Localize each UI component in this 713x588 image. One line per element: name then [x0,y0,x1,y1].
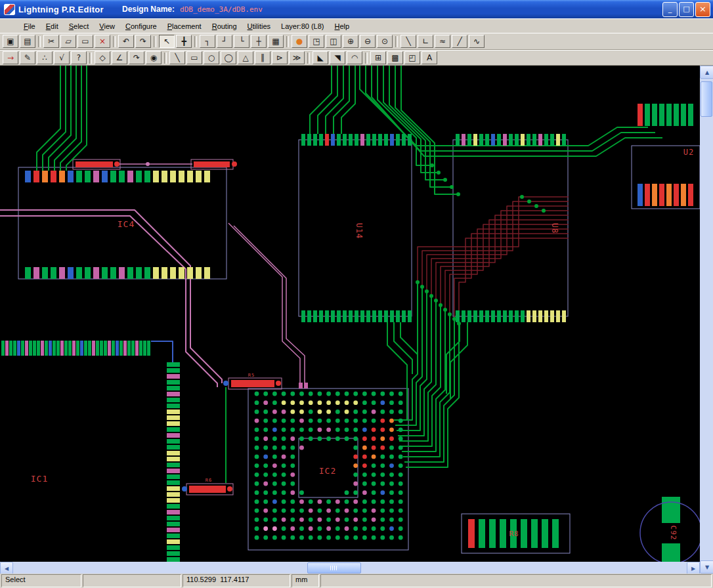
reroute-button[interactable]: ↷ [129,51,144,64]
toolbar-separator [194,36,197,47]
horizontal-scrollbar[interactable]: ◀ ▶ [0,562,700,574]
bga-ball [326,499,331,504]
cut-button[interactable]: ✂ [43,35,59,48]
bga-ball [282,517,286,522]
vertical-scroll-track[interactable] [700,79,713,560]
u8-top-pads [503,134,507,146]
trace-wave-button[interactable]: ∿ [469,35,485,48]
draw-polygon-button[interactable]: △ [238,51,253,64]
print-button[interactable]: ▤ [20,35,35,48]
trace-corner-button[interactable]: ∟ [418,35,433,48]
delete-button[interactable]: × [95,35,110,48]
work-area: IC4IC1IC2U14U8U2R8C92R5R6 ◀ ▶ ▲ ▼ [0,66,713,574]
u14-top-pads [390,134,394,146]
resistor-body [189,486,226,493]
menu-view[interactable]: View [94,21,120,32]
bga-ball [389,482,394,486]
bga-ball [399,526,403,531]
vertical-scroll-thumb[interactable] [701,81,712,117]
edit-route-button[interactable]: ✎ [20,51,35,64]
close-button[interactable]: × [695,2,710,17]
undo-button[interactable]: ↶ [118,35,134,48]
route-cross-button[interactable]: ┼ [251,35,267,48]
menu-layer-80-l8-[interactable]: Layer:80 (L8) [276,21,329,32]
pcb-canvas[interactable]: IC4IC1IC2U14U8U2R8C92R5R6 [0,66,700,562]
fanout-button[interactable]: ≫ [289,51,305,64]
bga-ball [345,526,349,531]
draw-line-button[interactable]: ╲ [169,51,185,64]
measure-button[interactable]: ◇ [95,51,110,64]
bga-ball [353,499,358,504]
trace-line-button[interactable]: ╱ [452,35,467,48]
hatch-area-button[interactable]: ▩ [387,51,403,64]
save-button[interactable]: ▣ [3,35,18,48]
scroll-up-button[interactable]: ▲ [700,66,713,79]
bga-ball [335,392,340,396]
text-tool-button[interactable]: A [421,51,437,64]
fill-triangle-2-button[interactable]: ◥ [330,51,345,64]
pcb-canvas-area[interactable]: IC4IC1IC2U14U8U2R8C92R5R6 [0,66,700,562]
pan-move-button[interactable]: ╋ [176,35,192,48]
bga-ball [399,482,403,486]
grid-button[interactable]: ▦ [268,35,284,48]
menu-placement[interactable]: Placement [162,21,207,32]
draw-ellipse-button[interactable]: ◯ [221,51,236,64]
vertical-scrollbar[interactable]: ▲ ▼ [700,66,713,574]
frame-area-button[interactable]: ◰ [404,51,420,64]
zoom-fit-button[interactable]: ◳ [309,35,324,48]
target-button[interactable]: ◉ [146,51,162,64]
scroll-down-button[interactable]: ▼ [700,560,713,574]
redo-button[interactable]: ↷ [135,35,151,48]
angle-button[interactable]: ∠ [112,51,127,64]
select-pointer-button[interactable]: ↖ [159,35,175,48]
zoom-window-button[interactable]: ◫ [326,35,341,48]
scroll-right-button[interactable]: ▶ [687,562,700,575]
scroll-left-button[interactable]: ◀ [0,562,13,575]
array-place-button[interactable]: ⊞ [370,51,386,64]
minimize-button[interactable]: _ [662,2,678,17]
ic4-top-pads [93,171,99,182]
layer-colors-button[interactable]: ● [292,35,307,48]
bga-ball [389,455,394,459]
context-help-button[interactable]: ? [71,51,87,64]
left-connector-pads [21,341,24,356]
draw-circle-button[interactable]: ○ [204,51,219,64]
bga-ball [353,509,358,513]
trace-serpentine-button[interactable]: ≈ [435,35,450,48]
route-corner-down-button[interactable]: ┘ [217,35,232,48]
draw-pin-button[interactable]: ‖ [255,51,270,64]
fill-triangle-button[interactable]: ◣ [313,51,328,64]
bga-ball [353,410,358,414]
trace-diagonal-button[interactable]: ╲ [400,35,416,48]
bga-ball [362,472,367,477]
horizontal-scroll-track[interactable] [13,562,687,574]
route-enter-button[interactable]: → [3,51,18,64]
zoom-out-button[interactable]: ⊖ [360,35,376,48]
paste-button[interactable]: ▭ [77,35,93,48]
draw-arc-button[interactable]: ◠ [347,51,362,64]
fanout-icon: ≫ [293,54,301,62]
ic1-pads [167,551,180,556]
ic4-top-pads [68,171,74,182]
maximize-button[interactable]: □ [679,2,694,17]
u14-bottom-pads [325,310,329,322]
menu-edit[interactable]: Edit [41,21,64,32]
net-points-button[interactable]: ∴ [37,51,53,64]
menu-help[interactable]: Help [330,21,355,32]
menu-configure[interactable]: Configure [120,21,162,32]
menu-routing[interactable]: Routing [207,21,242,32]
ic1-pads [167,516,180,520]
menu-select[interactable]: Select [64,21,95,32]
menu-file[interactable]: File [18,21,41,32]
zoom-in-button[interactable]: ⊕ [343,35,358,48]
verify-button[interactable]: √ [54,51,70,64]
zoom-previous-button[interactable]: ⊙ [377,35,393,48]
route-corner-up-button[interactable]: ┐ [200,35,215,48]
draw-flag-button[interactable]: ⊳ [272,51,288,64]
draw-rectangle-button[interactable]: ▭ [186,51,202,64]
menu-utilities[interactable]: Utilities [242,21,276,32]
u14-top-pads [319,134,323,146]
route-corner-left-button[interactable]: └ [234,35,249,48]
horizontal-scroll-thumb[interactable] [307,562,361,574]
copy-button[interactable]: ▱ [60,35,76,48]
